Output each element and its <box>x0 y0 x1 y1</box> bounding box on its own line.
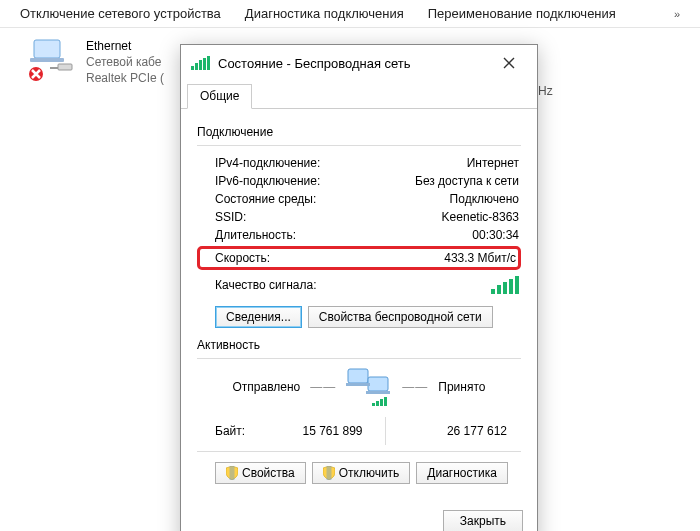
label-sent: Отправлено <box>233 380 301 394</box>
toolbar-item-diagnose[interactable]: Диагностика подключения <box>245 6 404 21</box>
dash-icon: —— <box>310 380 336 394</box>
bytes-row: Байт: 15 761 899 26 177 612 <box>197 411 521 449</box>
label-bytes: Байт: <box>215 424 245 438</box>
adapter-status: Сетевой кабе <box>86 54 164 70</box>
svg-rect-12 <box>384 397 387 406</box>
value-bytes-recv: 26 177 612 <box>390 424 511 438</box>
shield-icon <box>323 466 335 480</box>
status-dialog: Состояние - Беспроводная сеть Общие Подк… <box>180 44 538 531</box>
dialog-title: Состояние - Беспроводная сеть <box>218 56 489 71</box>
wireless-properties-button[interactable]: Свойства беспроводной сети <box>308 306 493 328</box>
row-ssid: SSID: Keenetic-8363 <box>197 208 521 226</box>
toolbar-overflow-icon[interactable]: » <box>674 8 680 20</box>
svg-rect-0 <box>34 40 60 58</box>
adapter-name: Ethernet <box>86 38 164 54</box>
svg-rect-2 <box>58 64 72 70</box>
row-speed: Скорость: 433.3 Мбит/с <box>197 246 521 270</box>
details-button[interactable]: Сведения... <box>215 306 302 328</box>
vertical-divider <box>385 417 386 445</box>
label-ssid: SSID: <box>215 210 246 224</box>
divider <box>197 451 521 452</box>
label-signal: Качество сигнала: <box>215 278 491 292</box>
svg-rect-5 <box>348 369 368 383</box>
value-speed: 433.3 Мбит/с <box>444 251 516 265</box>
tabstrip: Общие <box>181 83 537 109</box>
diagnose-button[interactable]: Диагностика <box>416 462 508 484</box>
label-ipv6: IPv6-подключение: <box>215 174 320 188</box>
close-button[interactable] <box>489 51 529 75</box>
row-ipv6: IPv6-подключение: Без доступа к сети <box>197 172 521 190</box>
svg-rect-1 <box>30 58 64 62</box>
svg-rect-8 <box>366 391 390 394</box>
dialog-footer: Закрыть <box>181 500 537 531</box>
label-received: Принято <box>438 380 485 394</box>
wifi-signal-icon <box>191 56 210 70</box>
svg-rect-10 <box>376 401 379 406</box>
properties-button[interactable]: Свойства <box>215 462 306 484</box>
label-duration: Длительность: <box>215 228 296 242</box>
label-speed: Скорость: <box>215 251 270 265</box>
dialog-body: Подключение IPv4-подключение: Интернет I… <box>181 109 537 500</box>
activity-graphic: Отправлено —— —— Принято <box>203 367 515 407</box>
disable-button-label: Отключить <box>339 466 400 480</box>
value-ipv6: Без доступа к сети <box>415 174 519 188</box>
value-ssid: Keenetic-8363 <box>442 210 519 224</box>
action-buttons: Свойства Отключить Диагностика <box>215 462 521 484</box>
disable-button[interactable]: Отключить <box>312 462 411 484</box>
svg-rect-9 <box>372 403 375 406</box>
row-signal: Качество сигнала: <box>197 274 521 296</box>
connection-buttons: Сведения... Свойства беспроводной сети <box>215 306 521 328</box>
signal-strength-icon <box>491 276 519 294</box>
dialog-titlebar: Состояние - Беспроводная сеть <box>181 45 537 81</box>
adapter-text: Ethernet Сетевой кабе Realtek PCIe ( <box>86 38 164 86</box>
svg-rect-7 <box>346 383 370 386</box>
shield-icon <box>226 466 238 480</box>
divider <box>197 145 521 146</box>
row-media: Состояние среды: Подключено <box>197 190 521 208</box>
row-duration: Длительность: 00:30:34 <box>197 226 521 244</box>
value-ipv4: Интернет <box>467 156 519 170</box>
value-duration: 00:30:34 <box>472 228 519 242</box>
network-activity-icon <box>346 367 392 407</box>
toolbar-item-disable-device[interactable]: Отключение сетевого устройства <box>20 6 221 21</box>
close-icon <box>503 57 515 69</box>
section-connection-heading: Подключение <box>197 125 521 139</box>
svg-rect-6 <box>368 377 388 391</box>
divider <box>197 358 521 359</box>
tab-general[interactable]: Общие <box>187 84 252 109</box>
label-ipv4: IPv4-подключение: <box>215 156 320 170</box>
background-hz-fragment: Hz <box>538 84 553 98</box>
label-media: Состояние среды: <box>215 192 316 206</box>
properties-button-label: Свойства <box>242 466 295 480</box>
toolbar-item-rename[interactable]: Переименование подключения <box>428 6 616 21</box>
adapter-device: Realtek PCIe ( <box>86 70 164 86</box>
row-ipv4: IPv4-подключение: Интернет <box>197 154 521 172</box>
value-bytes-sent: 15 761 899 <box>245 424 380 438</box>
adapter-ethernet[interactable]: Ethernet Сетевой кабе Realtek PCIe ( <box>28 38 164 86</box>
close-dialog-button[interactable]: Закрыть <box>443 510 523 531</box>
section-activity-heading: Активность <box>197 338 521 352</box>
ethernet-adapter-icon <box>28 38 76 82</box>
toolbar: Отключение сетевого устройства Диагности… <box>0 0 700 28</box>
dash-icon: —— <box>402 380 428 394</box>
connection-table: IPv4-подключение: Интернет IPv6-подключе… <box>197 154 521 296</box>
value-media: Подключено <box>450 192 519 206</box>
svg-rect-11 <box>380 399 383 406</box>
